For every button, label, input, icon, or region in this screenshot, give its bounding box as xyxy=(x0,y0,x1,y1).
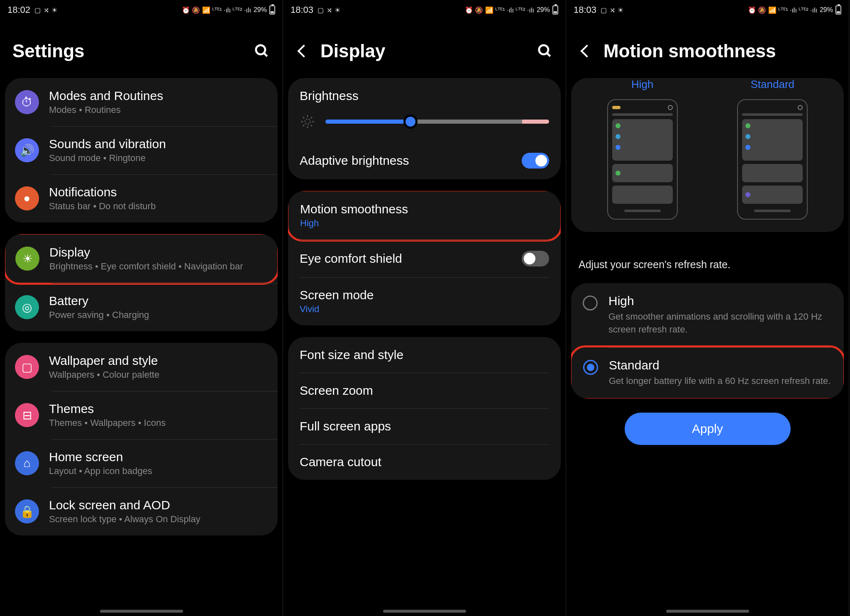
page-title: Settings xyxy=(12,41,245,61)
setting-item-battery[interactable]: ◎ Battery Power saving • Charging xyxy=(5,283,278,331)
display-group-1: Brightness Adaptive brightness xyxy=(288,78,561,179)
adaptive-brightness-label: Adaptive brightness xyxy=(300,154,409,168)
setting-title: Battery xyxy=(49,294,268,308)
setting-item-modes-and-routines[interactable]: ⏱ Modes and Routines Modes • Routines xyxy=(5,78,278,126)
setting-subtitle: Status bar • Do not disturb xyxy=(49,201,268,212)
preview-standard-visual xyxy=(737,99,808,220)
refresh-option-standard[interactable]: Standard Get longer battery life with a … xyxy=(571,345,844,399)
setting-subtitle: Power saving • Charging xyxy=(49,310,268,320)
battery-icon xyxy=(552,5,558,15)
display-row-full-screen-apps[interactable]: Full screen apps xyxy=(288,408,561,444)
screen-mode-row[interactable]: Screen mode Vivid xyxy=(288,277,561,325)
setting-item-themes[interactable]: ⊟ Themes Themes • Wallpapers • Icons xyxy=(5,391,278,439)
svg-point-0 xyxy=(256,45,265,54)
setting-icon: ▢ xyxy=(15,355,39,379)
display-group-3: Font size and styleScreen zoomFull scree… xyxy=(288,337,561,480)
setting-icon: 🔊 xyxy=(15,138,39,162)
eye-comfort-row[interactable]: Eye comfort shield xyxy=(288,240,561,277)
refresh-desc: Adjust your screen's refresh rate. xyxy=(566,244,849,283)
setting-icon: ⊟ xyxy=(15,403,39,427)
nav-indicator[interactable] xyxy=(383,610,466,613)
setting-title: Display xyxy=(49,245,267,259)
slider-track[interactable] xyxy=(325,120,549,124)
sun-icon xyxy=(300,114,315,130)
nav-indicator[interactable] xyxy=(666,610,749,613)
motion-smoothness-row[interactable]: Motion smoothness High xyxy=(288,191,561,242)
screen-mode-value: Vivid xyxy=(300,304,319,315)
setting-item-sounds-and-vibration[interactable]: 🔊 Sounds and vibration Sound mode • Ring… xyxy=(5,126,278,174)
status-right-icons: ⏰ 🔕 📶 ᴸᵀᴱ¹ ·ılı ᴸᵀᴱ² ·ılı xyxy=(182,6,251,14)
setting-title: Lock screen and AOD xyxy=(49,498,268,512)
page-title: Display xyxy=(320,41,528,61)
setting-title: Home screen xyxy=(49,450,268,464)
back-icon[interactable] xyxy=(579,43,595,59)
setting-item-display[interactable]: ☀ Display Brightness • Eye comfort shiel… xyxy=(5,234,278,285)
battery-pct: 29% xyxy=(537,6,550,14)
setting-item-lock-screen-and-aod[interactable]: 🔒 Lock screen and AOD Screen lock type •… xyxy=(5,487,278,535)
motion-smoothness-label: Motion smoothness xyxy=(300,202,408,216)
display-row-camera-cutout[interactable]: Camera cutout xyxy=(288,444,561,480)
status-bar: 18:03 ▢ ⤨ ☀ ⏰ 🔕 📶 ᴸᵀᴱ¹ ·ılı ᴸᵀᴱ² ·ılı 29… xyxy=(566,0,849,20)
search-icon[interactable] xyxy=(537,43,553,59)
setting-subtitle: Wallpapers • Colour palette xyxy=(49,369,268,380)
eye-comfort-switch[interactable] xyxy=(522,251,549,266)
battery-pct: 29% xyxy=(820,6,833,14)
refresh-option-high[interactable]: High Get smoother animations and scrolli… xyxy=(571,283,844,347)
option-title: High xyxy=(608,294,832,308)
screen-mode-label: Screen mode xyxy=(300,288,374,302)
page-title: Motion smoothness xyxy=(603,41,836,61)
setting-icon: ⌂ xyxy=(15,451,39,475)
apply-button[interactable]: Apply xyxy=(625,413,791,445)
status-left-icons: ▢ ⤨ ☀ xyxy=(601,6,624,14)
option-title: Standard xyxy=(609,358,832,372)
setting-icon: ☀ xyxy=(15,247,39,271)
svg-line-11 xyxy=(303,125,304,126)
display-row-font-size-and-style[interactable]: Font size and style xyxy=(288,337,561,373)
setting-item-home-screen[interactable]: ⌂ Home screen Layout • App icon badges xyxy=(5,439,278,487)
preview-card: High Standard xyxy=(571,78,844,232)
slider-thumb[interactable] xyxy=(403,115,418,129)
setting-title: Notifications xyxy=(49,185,268,199)
nav-indicator[interactable] xyxy=(100,610,183,613)
preview-high[interactable]: High xyxy=(607,78,678,220)
status-right-icons: ⏰ 🔕 📶 ᴸᵀᴱ¹ ·ılı ᴸᵀᴱ² ·ılı xyxy=(465,6,534,14)
preview-standard-label: Standard xyxy=(737,78,808,91)
radio-button[interactable] xyxy=(583,360,598,375)
svg-line-1 xyxy=(264,53,267,56)
motion-header: Motion smoothness xyxy=(566,20,849,78)
svg-line-12 xyxy=(311,117,312,118)
phone-motion-smoothness: 18:03 ▢ ⤨ ☀ ⏰ 🔕 📶 ᴸᵀᴱ¹ ·ılı ᴸᵀᴱ² ·ılı 29… xyxy=(566,0,849,616)
settings-group-2: ☀ Display Brightness • Eye comfort shiel… xyxy=(5,234,278,331)
phone-display: 18:03 ▢ ⤨ ☀ ⏰ 🔕 📶 ᴸᵀᴱ¹ ·ılı ᴸᵀᴱ² ·ılı 29… xyxy=(283,0,566,616)
option-description: Get smoother animations and scrolling wi… xyxy=(608,310,832,336)
battery-icon xyxy=(835,5,841,15)
display-row-screen-zoom[interactable]: Screen zoom xyxy=(288,373,561,408)
setting-title: Wallpaper and style xyxy=(49,354,268,368)
settings-group-3: ▢ Wallpaper and style Wallpapers • Colou… xyxy=(5,343,278,535)
refresh-options: High Get smoother animations and scrolli… xyxy=(571,283,844,398)
back-icon[interactable] xyxy=(296,43,312,59)
setting-subtitle: Screen lock type • Always On Display xyxy=(49,514,268,525)
preview-standard[interactable]: Standard xyxy=(737,78,808,220)
adaptive-brightness-row[interactable]: Adaptive brightness xyxy=(288,142,561,179)
status-time: 18:02 xyxy=(7,5,30,15)
svg-line-3 xyxy=(547,53,550,56)
setting-icon: ◎ xyxy=(15,295,39,319)
setting-subtitle: Modes • Routines xyxy=(49,105,268,115)
setting-item-wallpaper-and-style[interactable]: ▢ Wallpaper and style Wallpapers • Colou… xyxy=(5,343,278,391)
svg-line-10 xyxy=(311,125,312,126)
phone-settings: 18:02 ▢ ⤨ ☀ ⏰ 🔕 📶 ᴸᵀᴱ¹ ·ılı ᴸᵀᴱ² ·ılı 29… xyxy=(0,0,283,616)
radio-button[interactable] xyxy=(583,296,598,310)
setting-title: Themes xyxy=(49,402,268,416)
setting-item-notifications[interactable]: ● Notifications Status bar • Do not dist… xyxy=(5,174,278,222)
adaptive-brightness-switch[interactable] xyxy=(522,153,549,169)
setting-subtitle: Brightness • Eye comfort shield • Naviga… xyxy=(49,261,267,272)
setting-subtitle: Themes • Wallpapers • Icons xyxy=(49,418,268,428)
setting-subtitle: Layout • App icon badges xyxy=(49,466,268,477)
search-icon[interactable] xyxy=(254,43,270,59)
status-bar: 18:02 ▢ ⤨ ☀ ⏰ 🔕 📶 ᴸᵀᴱ¹ ·ılı ᴸᵀᴱ² ·ılı 29… xyxy=(0,0,283,20)
status-left-icons: ▢ ⤨ ☀ xyxy=(318,6,341,14)
status-time: 18:03 xyxy=(291,5,313,15)
brightness-slider[interactable] xyxy=(288,114,561,142)
settings-group-1: ⏱ Modes and Routines Modes • Routines 🔊 … xyxy=(5,78,278,222)
